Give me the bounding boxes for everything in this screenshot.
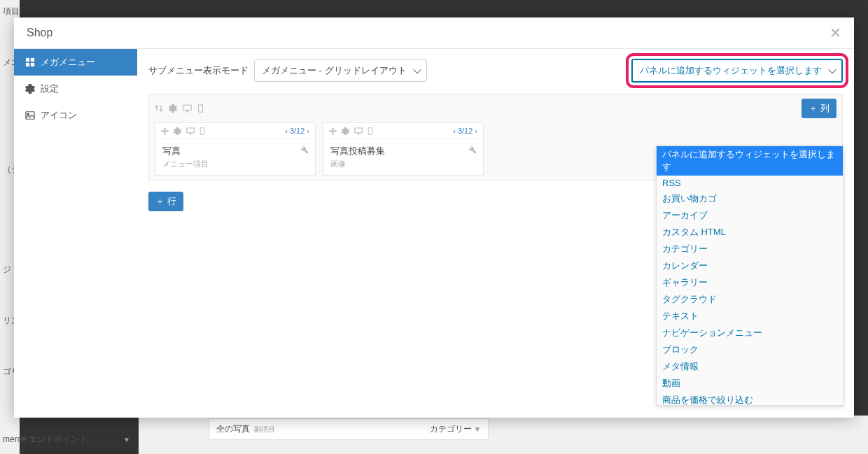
svg-rect-6 (183, 105, 191, 110)
tab-label: アイコン (41, 109, 77, 122)
widget-title: 写真投稿募集 (330, 145, 476, 157)
svg-rect-7 (199, 105, 203, 113)
grid-column: ‹ 3/12 › 写真投稿募集 画像 (323, 122, 484, 176)
gear-icon[interactable] (342, 127, 349, 135)
move-icon[interactable] (329, 127, 337, 135)
widget-dropdown[interactable]: パネルに追加するウィジェットを選択します RSS お買い物カゴ アーカイブ カス… (656, 146, 844, 406)
mega-menu-modal: Shop ✕ メガメニュー 設定 アイコン (14, 17, 854, 418)
desktop-icon[interactable] (354, 127, 363, 135)
chevron-left-icon[interactable]: ‹ (453, 127, 456, 135)
move-icon[interactable] (161, 127, 169, 135)
plus-icon: ＋ (808, 102, 818, 115)
modal-sidebar: メガメニュー 設定 アイコン (14, 49, 137, 418)
dropdown-item[interactable]: RSS (657, 176, 843, 190)
chevron-right-icon[interactable]: › (475, 127, 477, 135)
gear-icon (25, 84, 35, 94)
content-toolbar: サブメニュー表示モード メガメニュー - グリッドレイアウト パネルに追加するウ… (148, 59, 843, 83)
svg-rect-4 (26, 112, 34, 120)
dropdown-item[interactable]: 商品を価格で絞り込む (657, 392, 843, 406)
gear-icon[interactable] (169, 104, 177, 113)
dropdown-item[interactable]: メタ情報 (657, 358, 843, 375)
dropdown-item[interactable]: タグクラウド (657, 291, 843, 308)
grid-column: ‹ 3/12 › 写真 メニュー項目 (155, 122, 316, 176)
row-toolbar (155, 104, 204, 113)
dropdown-item[interactable]: パネルに追加するウィジェットを選択します (657, 146, 843, 176)
svg-rect-10 (355, 128, 363, 133)
svg-rect-2 (26, 63, 29, 66)
background-bottom: 全の写真副項目 カテゴリー ▼ merce エンドポイント▼ (139, 416, 868, 454)
svg-rect-0 (26, 58, 29, 62)
svg-point-5 (27, 113, 29, 115)
mode-select[interactable]: メガメニュー - グリッドレイアウト (254, 59, 427, 82)
chevron-right-icon[interactable]: › (307, 127, 309, 135)
widget-item[interactable]: 写真投稿募集 画像 (323, 139, 483, 175)
dropdown-item[interactable]: アーカイブ (657, 207, 843, 224)
add-column-button[interactable]: ＋ 列 (802, 99, 836, 118)
bg-menu-item: 全の写真副項目 カテゴリー ▼ (209, 418, 489, 440)
plus-icon: ＋ (155, 195, 164, 208)
mobile-icon[interactable] (197, 104, 204, 113)
dropdown-item[interactable]: カスタム HTML (657, 224, 843, 241)
bg-section-label: merce エンドポイント▼ (0, 427, 133, 453)
wrench-icon[interactable] (468, 145, 477, 157)
dropdown-item[interactable]: カレンダー (657, 257, 843, 274)
column-width: 3/12 (458, 127, 472, 135)
add-row-button[interactable]: ＋ 行 (148, 192, 183, 211)
dropdown-item[interactable]: テキスト (657, 308, 843, 325)
grid-icon (25, 57, 35, 67)
svg-rect-9 (200, 127, 204, 134)
chevron-left-icon[interactable]: ‹ (285, 127, 288, 135)
gear-icon[interactable] (174, 127, 181, 135)
tab-label: メガメニュー (41, 56, 95, 69)
mobile-icon[interactable] (368, 127, 373, 135)
dropdown-item[interactable]: ナビゲーションメニュー (657, 325, 843, 341)
sort-icon[interactable] (155, 104, 163, 113)
modal-title: Shop (27, 27, 52, 39)
widget-item[interactable]: 写真 メニュー項目 (155, 139, 315, 175)
close-icon[interactable]: ✕ (830, 26, 841, 40)
desktop-icon[interactable] (183, 104, 192, 113)
dropdown-item[interactable]: ギャラリー (657, 274, 843, 291)
tab-settings[interactable]: 設定 (14, 76, 137, 102)
dropdown-item[interactable]: ブロック (657, 341, 843, 358)
dropdown-item[interactable]: 動画 (657, 375, 843, 392)
dropdown-item[interactable]: カテゴリー (657, 241, 843, 257)
widget-subtitle: 画像 (330, 159, 476, 169)
image-icon (25, 111, 35, 120)
svg-rect-3 (31, 63, 34, 66)
tab-icon[interactable]: アイコン (14, 102, 137, 129)
wrench-icon[interactable] (300, 145, 309, 157)
modal-header: Shop ✕ (14, 17, 854, 49)
widget-subtitle: メニュー項目 (162, 159, 308, 169)
mode-label: サブメニュー表示モード (148, 64, 248, 77)
svg-rect-11 (368, 127, 372, 134)
svg-rect-8 (187, 128, 195, 133)
svg-rect-1 (31, 58, 34, 62)
dropdown-item[interactable]: お買い物カゴ (657, 190, 843, 207)
column-width: 3/12 (290, 127, 304, 135)
tab-mega-menu[interactable]: メガメニュー (14, 49, 137, 76)
desktop-icon[interactable] (186, 127, 195, 135)
modal-content: サブメニュー表示モード メガメニュー - グリッドレイアウト パネルに追加するウ… (137, 49, 854, 418)
widget-title: 写真 (162, 145, 308, 157)
mobile-icon[interactable] (200, 127, 205, 135)
widget-select[interactable]: パネルに追加するウィジェットを選択します (631, 59, 843, 83)
tab-label: 設定 (41, 83, 59, 95)
